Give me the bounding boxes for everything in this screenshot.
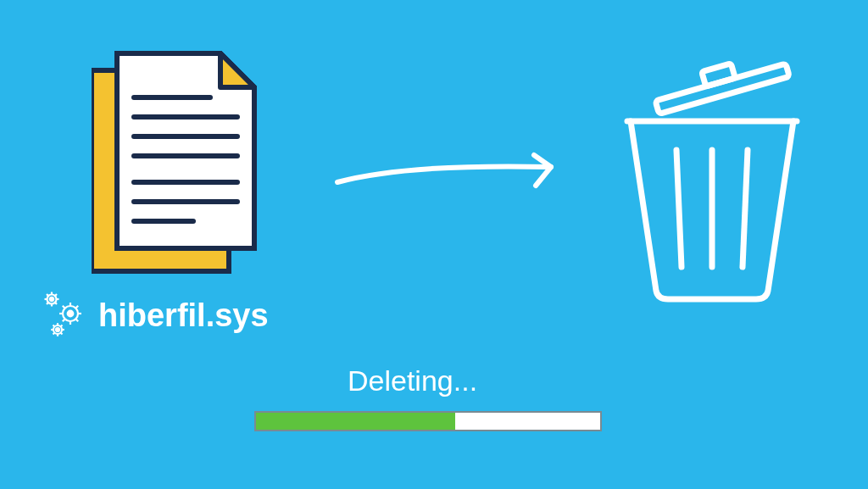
svg-line-16 [47,303,48,304]
gears-icon [41,288,92,342]
svg-line-14 [47,294,48,296]
svg-line-43 [743,150,748,267]
svg-point-29 [56,328,59,331]
filename-label: hiberfil.sys [41,288,269,342]
svg-line-15 [55,303,57,304]
trash-open-lid-icon [610,55,818,308]
svg-point-9 [50,297,53,301]
svg-rect-38 [655,64,789,114]
svg-line-41 [676,150,682,267]
svg-point-19 [68,311,74,317]
document-stack-icon [92,51,261,283]
svg-line-37 [61,325,63,327]
svg-line-36 [53,333,55,335]
svg-line-35 [61,333,63,335]
status-text: Deleting... [348,364,477,397]
svg-line-27 [75,306,78,308]
status-label: Deleting... [348,364,477,397]
svg-line-17 [55,294,57,296]
svg-line-26 [63,319,65,321]
arrow-right-icon [331,148,593,211]
progress-fill [256,413,455,430]
svg-rect-39 [702,64,736,86]
filename-text: hiberfil.sys [98,297,269,334]
svg-line-25 [75,319,78,321]
svg-line-34 [53,325,55,327]
svg-line-24 [63,306,65,308]
progress-bar [254,411,602,431]
